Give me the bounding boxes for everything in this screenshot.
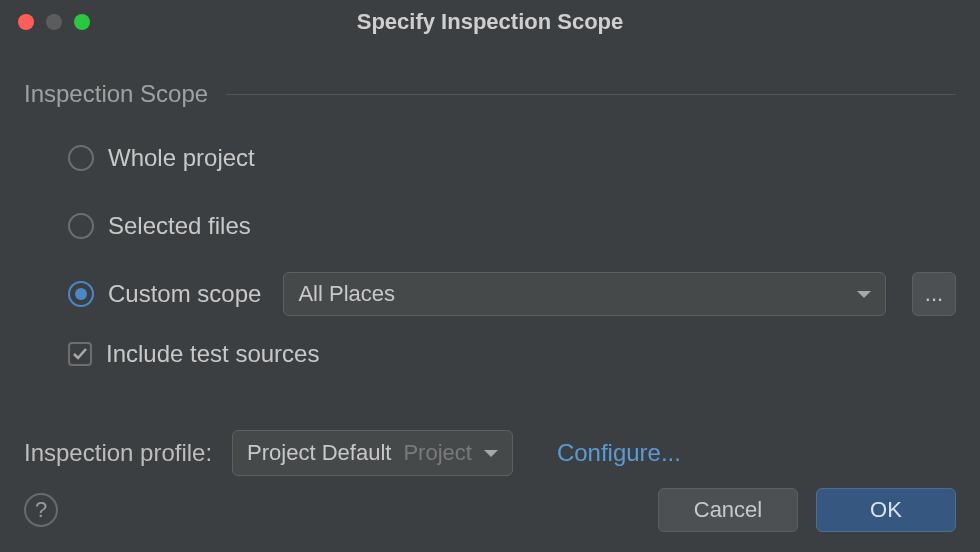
checkbox-label: Include test sources	[106, 340, 319, 368]
help-icon: ?	[35, 497, 47, 523]
ok-button[interactable]: OK	[816, 488, 956, 532]
profile-suffix: Project	[403, 440, 471, 466]
dialog-content: Inspection Scope Whole project Selected …	[0, 44, 980, 368]
scope-radio-group: Whole project Selected files Custom scop…	[24, 136, 956, 368]
help-button[interactable]: ?	[24, 493, 58, 527]
radio-label: Selected files	[108, 212, 251, 240]
radio-label: Whole project	[108, 144, 255, 172]
titlebar: Specify Inspection Scope	[0, 0, 980, 44]
section-label: Inspection Scope	[24, 80, 208, 108]
maximize-window-button[interactable]	[74, 14, 90, 30]
checkbox-icon	[68, 342, 92, 366]
radio-custom-scope[interactable]: Custom scope All Places ...	[68, 272, 956, 316]
include-test-sources-checkbox[interactable]: Include test sources	[68, 340, 956, 368]
button-label: Cancel	[694, 497, 762, 523]
ellipsis-icon: ...	[925, 281, 943, 307]
cancel-button[interactable]: Cancel	[658, 488, 798, 532]
button-label: OK	[870, 497, 902, 523]
chevron-down-icon	[484, 450, 498, 457]
custom-scope-dropdown[interactable]: All Places	[283, 272, 886, 316]
profile-value: Project Default	[247, 440, 391, 466]
radio-icon	[68, 213, 94, 239]
configure-link[interactable]: Configure...	[557, 439, 681, 467]
inspection-profile-row: Inspection profile: Project Default Proj…	[0, 430, 980, 476]
section-divider	[226, 94, 956, 95]
scope-browse-button[interactable]: ...	[912, 272, 956, 316]
footer-buttons: Cancel OK	[658, 488, 956, 532]
window-title: Specify Inspection Scope	[0, 9, 980, 35]
minimize-window-button[interactable]	[46, 14, 62, 30]
radio-icon	[68, 281, 94, 307]
section-header: Inspection Scope	[24, 80, 956, 108]
radio-selected-files[interactable]: Selected files	[68, 204, 956, 248]
radio-icon	[68, 145, 94, 171]
radio-label: Custom scope	[108, 280, 261, 308]
dialog-footer: ? Cancel OK	[24, 488, 956, 532]
close-window-button[interactable]	[18, 14, 34, 30]
radio-whole-project[interactable]: Whole project	[68, 136, 956, 180]
dropdown-value: All Places	[298, 281, 395, 307]
profile-label: Inspection profile:	[24, 439, 212, 467]
chevron-down-icon	[857, 291, 871, 298]
window-controls	[0, 14, 90, 30]
profile-dropdown[interactable]: Project Default Project	[232, 430, 513, 476]
